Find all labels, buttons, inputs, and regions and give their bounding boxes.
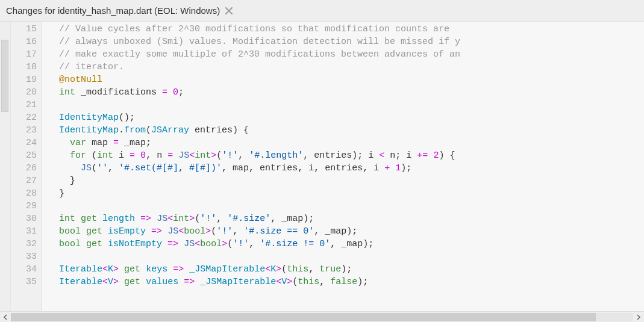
code-line[interactable]: var map = _map;	[48, 137, 644, 149]
line-number[interactable]: 28	[11, 187, 42, 200]
code-area[interactable]: // Value cycles after 2^30 modifications…	[42, 22, 644, 311]
scrollbar-track[interactable]	[11, 313, 633, 321]
line-number-gutter[interactable]: 1516171819202122232425262728293031323334…	[11, 22, 42, 311]
code-line[interactable]: JS('', '#.set(#[#], #[#])', map, entries…	[48, 162, 644, 175]
tab-label: Changes for identity_hash_map.dart (EOL:…	[6, 5, 224, 16]
code-line[interactable]: bool get isEmpty => JS<bool>('!', '#.siz…	[48, 225, 644, 238]
code-line[interactable]: // iterator.	[48, 61, 644, 73]
code-line[interactable]: Iterable<V> get values => _JSMapIterable…	[48, 276, 644, 288]
change-marker-strip[interactable]	[0, 22, 11, 311]
line-number[interactable]: 15	[11, 23, 42, 36]
tab-changes-file[interactable]: Changes for identity_hash_map.dart (EOL:…	[4, 1, 238, 20]
code-line[interactable]: int get length => JS<int>('!', '#.size',…	[48, 212, 644, 225]
close-icon[interactable]	[224, 5, 234, 16]
code-line[interactable]: Iterable<K> get keys => _JSMapIterable<K…	[48, 263, 644, 276]
line-number[interactable]: 24	[11, 137, 42, 149]
line-number[interactable]: 31	[11, 225, 42, 238]
code-line[interactable]: // Value cycles after 2^30 modifications…	[48, 23, 644, 36]
editor: 1516171819202122232425262728293031323334…	[0, 22, 644, 322]
line-number[interactable]: 35	[11, 276, 42, 288]
code-line[interactable]: for (int i = 0, n = JS<int>('!', '#.leng…	[48, 149, 644, 162]
code-line[interactable]: }	[48, 187, 644, 200]
line-number[interactable]: 25	[11, 149, 42, 162]
code-line[interactable]: // make exactly some multiple of 2^30 mo…	[48, 48, 644, 61]
line-number[interactable]: 19	[11, 73, 42, 86]
code-line[interactable]: int _modifications = 0;	[48, 86, 644, 99]
line-number[interactable]: 26	[11, 162, 42, 175]
code-line[interactable]: IdentityMap();	[48, 111, 644, 124]
line-number[interactable]: 33	[11, 250, 42, 263]
line-number[interactable]: 34	[11, 263, 42, 276]
line-number[interactable]: 18	[11, 61, 42, 73]
line-number[interactable]: 22	[11, 111, 42, 124]
code-line[interactable]: }	[48, 175, 644, 187]
code-line[interactable]: // always unboxed (Smi) values. Modifica…	[48, 36, 644, 48]
code-line[interactable]	[48, 99, 644, 111]
line-number[interactable]: 29	[11, 200, 42, 212]
line-number[interactable]: 17	[11, 48, 42, 61]
horizontal-scrollbar[interactable]	[0, 311, 644, 322]
line-number[interactable]: 32	[11, 238, 42, 250]
editor-body: 1516171819202122232425262728293031323334…	[0, 22, 644, 311]
scroll-right-icon[interactable]	[633, 312, 644, 323]
line-number[interactable]: 20	[11, 86, 42, 99]
code-line[interactable]	[48, 250, 644, 263]
code-line[interactable]: IdentityMap.from(JSArray entries) {	[48, 124, 644, 137]
change-marker[interactable]	[1, 40, 8, 112]
code-line[interactable]: bool get isNotEmpty => JS<bool>('!', '#.…	[48, 238, 644, 250]
tab-bar: Changes for identity_hash_map.dart (EOL:…	[0, 0, 644, 22]
line-number[interactable]: 21	[11, 99, 42, 111]
scroll-left-icon[interactable]	[0, 312, 11, 323]
code-line[interactable]	[48, 200, 644, 212]
line-number[interactable]: 16	[11, 36, 42, 48]
line-number[interactable]: 27	[11, 175, 42, 187]
code-line[interactable]: @notNull	[48, 73, 644, 86]
line-number[interactable]: 23	[11, 124, 42, 137]
line-number[interactable]: 30	[11, 212, 42, 225]
scrollbar-thumb[interactable]	[11, 313, 596, 321]
